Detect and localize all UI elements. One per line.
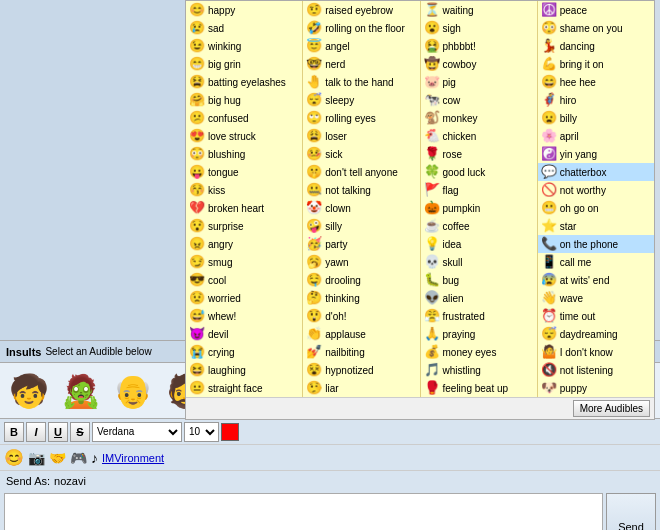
- emoji-item[interactable]: 😄hee hee: [538, 73, 654, 91]
- emoji-item[interactable]: 😭crying: [186, 343, 302, 361]
- emoji-item[interactable]: 😍love struck: [186, 127, 302, 145]
- color-swatch[interactable]: [221, 423, 239, 441]
- emoji-item[interactable]: 🌹rose: [421, 145, 537, 163]
- emoji-item[interactable]: 💅nailbiting: [303, 343, 419, 361]
- more-audibles-button[interactable]: More Audibles: [573, 400, 650, 417]
- emoji-item[interactable]: 🌸april: [538, 127, 654, 145]
- emoji-item[interactable]: 🥱yawn: [303, 253, 419, 271]
- emoji-item[interactable]: 🐔chicken: [421, 127, 537, 145]
- emoji-item[interactable]: 🐶puppy: [538, 379, 654, 397]
- emoji-item[interactable]: 🐄cow: [421, 91, 537, 109]
- emoji-item[interactable]: 🐛bug: [421, 271, 537, 289]
- emoji-item[interactable]: 🤨raised eyebrow: [303, 1, 419, 19]
- strikethrough-button[interactable]: S: [70, 422, 90, 442]
- emoji-item[interactable]: 😠angry: [186, 235, 302, 253]
- emoji-item[interactable]: 🤮phbbbt!: [421, 37, 537, 55]
- emoji-item[interactable]: ☕coffee: [421, 217, 537, 235]
- emoji-item[interactable]: 😈devil: [186, 325, 302, 343]
- font-select[interactable]: Verdana: [92, 422, 182, 442]
- emoji-item[interactable]: 😢sad: [186, 19, 302, 37]
- emoji-item[interactable]: 📱call me: [538, 253, 654, 271]
- emoji-item[interactable]: 🚫not worthy: [538, 181, 654, 199]
- emoji-item[interactable]: 💡idea: [421, 235, 537, 253]
- emoji-item[interactable]: 🤫don't tell anyone: [303, 163, 419, 181]
- emoji-item[interactable]: 😇angel: [303, 37, 419, 55]
- emoji-item[interactable]: 🙄rolling eyes: [303, 109, 419, 127]
- emoji-item[interactable]: 💀skull: [421, 253, 537, 271]
- emoji-item[interactable]: 👋wave: [538, 289, 654, 307]
- message-input[interactable]: [4, 493, 603, 530]
- audible-2[interactable]: 🧟: [56, 372, 106, 410]
- emoji-item[interactable]: 💰money eyes: [421, 343, 537, 361]
- emoji-item[interactable]: 😳shame on you: [538, 19, 654, 37]
- emoji-item[interactable]: 🎃pumpkin: [421, 199, 537, 217]
- italic-button[interactable]: I: [26, 422, 46, 442]
- emoji-item[interactable]: ⏳waiting: [421, 1, 537, 19]
- emoji-item[interactable]: 🍀good luck: [421, 163, 537, 181]
- emoji-item[interactable]: 🐒monkey: [421, 109, 537, 127]
- emoji-item[interactable]: 😵hypnotized: [303, 361, 419, 379]
- emoji-item[interactable]: 😊happy: [186, 1, 302, 19]
- emoji-item[interactable]: 🥊feeling beat up: [421, 379, 537, 397]
- emoji-item[interactable]: ☯️yin yang: [538, 145, 654, 163]
- emoji-item[interactable]: 🤠cowboy: [421, 55, 537, 73]
- emoji-item[interactable]: 📞on the phone: [538, 235, 654, 253]
- emoji-item[interactable]: 🤓nerd: [303, 55, 419, 73]
- emoji-item[interactable]: 👽alien: [421, 289, 537, 307]
- emoji-item[interactable]: 😤frustrated: [421, 307, 537, 325]
- emoji-item[interactable]: 🚩flag: [421, 181, 537, 199]
- emoji-item[interactable]: 💪bring it on: [538, 55, 654, 73]
- emoji-item[interactable]: 😲d'oh!: [303, 307, 419, 325]
- game-icon[interactable]: 🎮: [70, 450, 87, 466]
- emoji-item[interactable]: 😯surprise: [186, 217, 302, 235]
- imvironment-link[interactable]: IMVironment: [102, 452, 164, 464]
- smiley-button[interactable]: 😊: [4, 448, 24, 467]
- emoji-item[interactable]: 🤷I don't know: [538, 343, 654, 361]
- emoji-item[interactable]: 💔broken heart: [186, 199, 302, 217]
- camera-icon[interactable]: 📷: [28, 450, 45, 466]
- emoji-item[interactable]: 😉winking: [186, 37, 302, 55]
- underline-button[interactable]: U: [48, 422, 68, 442]
- emoji-item[interactable]: 😟worried: [186, 289, 302, 307]
- send-button[interactable]: Send: [606, 493, 656, 530]
- emoji-item[interactable]: 😕confused: [186, 109, 302, 127]
- emoji-item[interactable]: 😩loser: [303, 127, 419, 145]
- emoji-item[interactable]: ⏰time out: [538, 307, 654, 325]
- emoji-item[interactable]: 😬oh go on: [538, 199, 654, 217]
- emoji-item[interactable]: 🙏praying: [421, 325, 537, 343]
- emoji-item[interactable]: 🤤drooling: [303, 271, 419, 289]
- emoji-item[interactable]: 🔇not listening: [538, 361, 654, 379]
- emoji-item[interactable]: 😚kiss: [186, 181, 302, 199]
- emoji-item[interactable]: 😆laughing: [186, 361, 302, 379]
- emoji-item[interactable]: 🤡clown: [303, 199, 419, 217]
- emoji-item[interactable]: 🤣rolling on the floor: [303, 19, 419, 37]
- emoji-item[interactable]: 🤔thinking: [303, 289, 419, 307]
- emoji-item[interactable]: 😐straight face: [186, 379, 302, 397]
- emoji-item[interactable]: 😅whew!: [186, 307, 302, 325]
- emoji-item[interactable]: 😰at wits' end: [538, 271, 654, 289]
- audible-3[interactable]: 👴: [108, 372, 158, 410]
- emoji-item[interactable]: ⭐star: [538, 217, 654, 235]
- size-select[interactable]: 10: [184, 422, 219, 442]
- emoji-item[interactable]: 😳blushing: [186, 145, 302, 163]
- emoji-item[interactable]: 😁big grin: [186, 55, 302, 73]
- emoji-item[interactable]: 🤐not talking: [303, 181, 419, 199]
- emoji-item[interactable]: 👏applause: [303, 325, 419, 343]
- emoji-item[interactable]: 😎cool: [186, 271, 302, 289]
- emoji-item[interactable]: 😮sigh: [421, 19, 537, 37]
- emoji-item[interactable]: 😫batting eyelashes: [186, 73, 302, 91]
- emoji-item[interactable]: 😦billy: [538, 109, 654, 127]
- bold-button[interactable]: B: [4, 422, 24, 442]
- emoji-item[interactable]: 🤗big hug: [186, 91, 302, 109]
- emoji-item[interactable]: 😛tongue: [186, 163, 302, 181]
- handshake-icon[interactable]: 🤝: [49, 450, 66, 466]
- emoji-item[interactable]: 💬chatterbox: [538, 163, 654, 181]
- emoji-item[interactable]: 🤒sick: [303, 145, 419, 163]
- emoji-item[interactable]: 🤚talk to the hand: [303, 73, 419, 91]
- emoji-item[interactable]: 🤪silly: [303, 217, 419, 235]
- emoji-item[interactable]: 😴daydreaming: [538, 325, 654, 343]
- emoji-item[interactable]: 😴sleepy: [303, 91, 419, 109]
- emoji-item[interactable]: 🥳party: [303, 235, 419, 253]
- emoji-item[interactable]: 😏smug: [186, 253, 302, 271]
- emoji-item[interactable]: 💃dancing: [538, 37, 654, 55]
